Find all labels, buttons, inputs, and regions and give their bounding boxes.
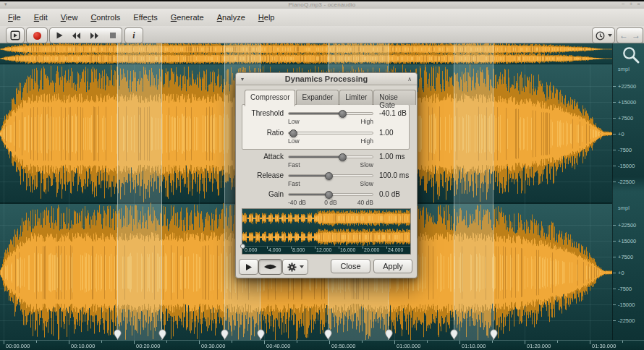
attack-slider[interactable] [288, 155, 373, 158]
preview-time-label: 20.000 [364, 247, 379, 252]
timeline-tick [199, 341, 200, 344]
threshold-range-labels: LowHigh [288, 118, 373, 125]
preview-settings-button[interactable] [282, 259, 308, 275]
preview-waveform[interactable] [242, 209, 410, 247]
ruler-tick [613, 257, 616, 257]
timeline-tick [297, 341, 297, 343]
release-label: Release [239, 171, 284, 179]
dialog-collapse-icon[interactable]: ∧ [407, 73, 412, 85]
ruler-tick-label: -7500 [618, 286, 632, 292]
release-slider-knob[interactable] [325, 172, 333, 180]
ruler-tick-label: +15000 [618, 99, 636, 106]
timeline-label: 01:10.000 [462, 343, 486, 349]
preview-playhead-icon[interactable] [240, 244, 245, 249]
maximize-button[interactable]: + [630, 1, 633, 8]
gain-slider[interactable] [288, 193, 373, 196]
preview-play-button[interactable] [239, 259, 258, 275]
zoom-icon[interactable] [622, 46, 640, 64]
play-file-button[interactable] [6, 27, 25, 43]
gain-slider-knob[interactable] [325, 191, 333, 199]
ruler-tick-label: -15000 [618, 163, 635, 169]
ruler-tick-label: +22500 [618, 222, 636, 229]
slider-row-attack: Attack1.00 ms [236, 152, 417, 162]
threshold-slider-knob[interactable] [339, 110, 347, 118]
timeline-tick [166, 341, 167, 343]
threshold-min-label: Low [288, 118, 300, 125]
dialog-menu-caret-icon[interactable]: ▾ [241, 73, 244, 85]
timeline-tick [69, 341, 69, 344]
ruler-tick [613, 225, 616, 226]
timeline-tick [394, 341, 395, 344]
timeline-tick [525, 341, 525, 344]
ruler-tick-label: +0 [618, 270, 624, 276]
ruler-tick [613, 134, 616, 135]
timeline-tick [101, 341, 102, 343]
preview-tick [267, 247, 268, 249]
record-icon [33, 32, 41, 40]
ruler-tick [613, 289, 616, 289]
tab-compressor[interactable]: Compressor [245, 90, 295, 106]
minimize-button[interactable]: − [622, 1, 625, 8]
timeline-label: 00:20.000 [136, 343, 160, 349]
threshold-slider[interactable] [288, 112, 373, 115]
tab-limiter[interactable]: Limiter [339, 90, 373, 105]
close-button[interactable]: Close [331, 259, 370, 273]
timeline-label: 00:40.000 [266, 343, 290, 349]
close-button[interactable]: × [637, 1, 640, 8]
ratio-slider-knob[interactable] [289, 129, 297, 137]
timeline-ruler[interactable]: 00:00.00000:10.00000:20.00000:30.00000:4… [0, 340, 644, 350]
menu-controls[interactable]: Controls [84, 11, 127, 24]
nav-forward-button[interactable]: → [630, 27, 643, 43]
threshold-slider-fill [289, 113, 342, 114]
apply-button[interactable]: Apply [373, 259, 412, 273]
rewind-button[interactable] [67, 27, 86, 43]
preview-tick [363, 247, 363, 249]
dialog-titlebar[interactable]: ▾ Dynamics Processing ∧ [236, 73, 417, 85]
timeline-tick [590, 341, 590, 344]
nav-back-button[interactable]: ← [617, 27, 631, 43]
menu-help[interactable]: Help [252, 11, 281, 24]
menu-edit[interactable]: Edit [27, 11, 54, 24]
boxed-play-icon [10, 30, 20, 40]
amplitude-ruler[interactable]: smpl+22500+15000+7500+0-7500-15000-22500… [612, 43, 644, 340]
ruler-tick [613, 166, 616, 166]
play-button[interactable] [49, 27, 69, 43]
tab-noise-gate[interactable]: Noise Gate [373, 90, 416, 105]
stop-button[interactable] [103, 27, 122, 43]
menu-analyze[interactable]: Analyze [211, 11, 252, 24]
gain-label: Gain [239, 190, 284, 198]
release-value: 100.0 ms [379, 171, 409, 179]
ruler-tick-label: +15000 [618, 238, 636, 244]
ruler-tick-label: +7500 [618, 254, 633, 260]
history-button[interactable] [592, 27, 615, 43]
ratio-slider[interactable] [288, 132, 373, 135]
timeline-tick [557, 341, 558, 343]
preview-time-label: 12.000 [316, 247, 331, 252]
preview-play-icon [245, 263, 253, 271]
toolbar: i -0001:15.528 hrminsec 44100 Hz stereo [0, 26, 644, 43]
ruler-tick [613, 86, 616, 87]
overview-waveform[interactable] [0, 43, 612, 64]
attack-label: Attack [239, 153, 284, 161]
preview-time-label: 16.000 [340, 247, 355, 252]
record-button[interactable] [26, 27, 48, 43]
menu-generate[interactable]: Generate [164, 11, 211, 24]
tab-expander[interactable]: Expander [296, 90, 339, 105]
preview-tick [291, 247, 292, 249]
menu-view[interactable]: View [54, 11, 85, 24]
menu-file[interactable]: File [1, 11, 27, 24]
attack-slider-knob[interactable] [339, 153, 347, 161]
fast-forward-button[interactable] [85, 27, 104, 43]
gain-max-label: 40 dB [357, 199, 373, 206]
play-icon [55, 31, 64, 40]
release-slider[interactable] [288, 174, 373, 177]
preview-eye-icon [263, 263, 277, 270]
preview-toggle-button[interactable] [258, 259, 282, 275]
dialog-title: Dynamics Processing [285, 74, 368, 83]
threshold-value: -40.1 dB [379, 109, 407, 117]
threshold-label: Threshold [239, 109, 284, 117]
menu-effects[interactable]: Effects [127, 11, 164, 24]
info-button[interactable]: i [124, 27, 143, 43]
caret-down-icon [300, 265, 304, 268]
titlebar[interactable]: ▾ PianoQ.mp3 - ocenaudio −+× [0, 1, 644, 9]
